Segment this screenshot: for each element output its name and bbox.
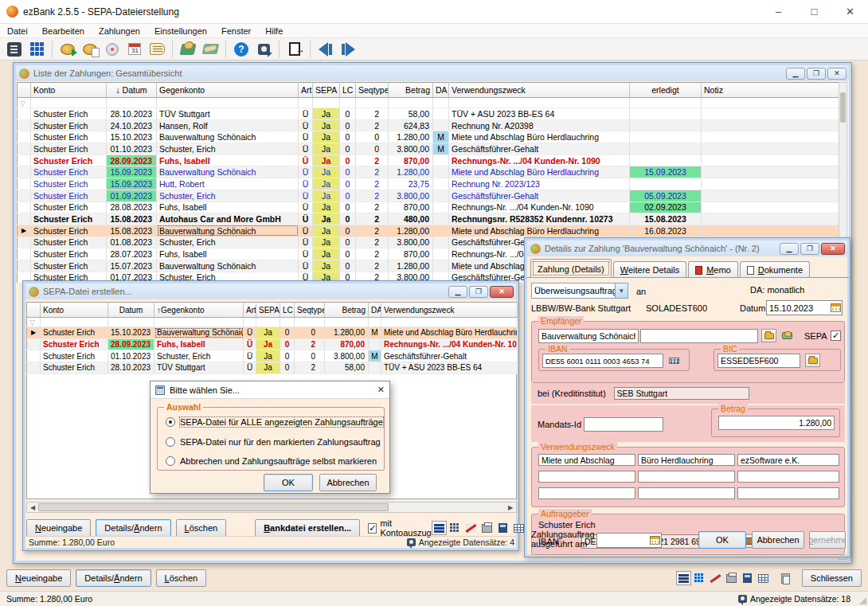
table-row[interactable]: Schuster Erich28.10.2023TÜV StuttgartÜJa… (18, 108, 839, 120)
grid-view-icon[interactable] (692, 571, 707, 585)
bic-input[interactable] (717, 354, 800, 368)
menu-bearbeiten[interactable]: Bearbeiten (35, 25, 92, 37)
child-close-button[interactable]: ✕ (821, 243, 845, 255)
radio-icon[interactable] (166, 417, 175, 427)
column-header[interactable]: SEPA (313, 83, 340, 98)
scroll-right-icon[interactable]: ▶ (505, 502, 516, 512)
filter-row[interactable]: ▽ (18, 98, 839, 108)
menu-fenster[interactable]: Fenster (214, 25, 258, 37)
ok-button[interactable]: OK (264, 474, 313, 491)
zweck-input-3-1[interactable] (538, 487, 635, 499)
column-header[interactable]: Betrag (389, 83, 433, 98)
ausgefuehrt-field[interactable] (596, 533, 662, 548)
keyboard-icon[interactable] (667, 354, 682, 367)
zweck-input-3-2[interactable] (638, 487, 735, 499)
horizontal-scrollbar[interactable]: ◀ ▶ (26, 502, 517, 513)
neueingabe-button[interactable]: Neueingabe (26, 519, 91, 537)
cd-export-icon[interactable] (101, 40, 123, 59)
child-restore-button[interactable]: ❐ (807, 68, 826, 80)
child-minimize-button[interactable]: ▁ (786, 68, 805, 80)
details-aendern-button[interactable]: Details/Ändern (76, 569, 151, 587)
payments-icon[interactable] (57, 40, 79, 59)
filter-off-icon[interactable] (463, 521, 479, 535)
radio-icon[interactable] (166, 456, 175, 466)
grid-view-icon[interactable] (448, 521, 463, 535)
mandat-input[interactable] (584, 417, 663, 432)
uebernehmen-button[interactable]: Übernehmen (809, 531, 846, 549)
ok-button[interactable]: OK (698, 531, 746, 549)
close-button[interactable]: ✕ (832, 0, 868, 24)
iban-input[interactable] (542, 354, 663, 368)
column-header[interactable]: Notiz (702, 83, 839, 98)
column-header[interactable]: Seqtype (356, 83, 389, 98)
list-window-titlebar[interactable]: Liste der Zahlungen: Gesamtübersicht ▁ ❐… (16, 65, 849, 81)
minimize-button[interactable]: – (760, 0, 796, 24)
list-view-icon[interactable] (676, 571, 691, 585)
column-header[interactable]: SEPA (256, 303, 280, 318)
column-header[interactable] (18, 83, 31, 98)
handshake-icon[interactable] (199, 40, 221, 59)
empfaenger-name2-input[interactable] (640, 329, 758, 343)
column-header[interactable]: LC (280, 303, 295, 318)
sepa-checkbox[interactable]: ✓ (831, 330, 841, 341)
column-header[interactable]: Seqtype (295, 303, 325, 318)
column-header[interactable]: ↓ Datum (107, 83, 157, 98)
address-book-icon[interactable] (3, 40, 25, 59)
tab-memo[interactable]: Memo (688, 261, 738, 278)
column-header[interactable]: DA (369, 303, 381, 318)
bankdatei-erstellen-button[interactable]: Bankdatei erstellen... (255, 519, 360, 537)
resize-grip[interactable] (859, 597, 866, 604)
dialog-close-icon[interactable]: ✕ (377, 385, 385, 395)
table-view-icon[interactable] (756, 571, 771, 585)
scroll-left-icon[interactable]: ◀ (27, 502, 38, 512)
menu-datei[interactable]: Datei (0, 25, 35, 37)
filter-row[interactable]: ▽ (27, 318, 518, 327)
print-icon[interactable] (479, 521, 495, 535)
child-close-button[interactable]: ✕ (490, 286, 514, 298)
zweck-input-2-1[interactable] (538, 471, 635, 483)
column-header[interactable]: DA (433, 83, 449, 98)
menu-zahlungen[interactable]: Zahlungen (92, 25, 147, 37)
abbrechen-button[interactable]: Abbrechen (319, 474, 377, 491)
datum-field[interactable]: 15.10.2023 (766, 300, 843, 315)
column-header[interactable]: LC (340, 83, 356, 98)
zweck-input-2-3[interactable] (737, 471, 839, 483)
radio-option-2[interactable]: SEPA-Datei nur für den markierten Zahlun… (166, 437, 381, 447)
details-window-titlebar[interactable]: Details zur Zahlung 'Bauverwaltung Schön… (527, 240, 847, 256)
child-restore-button[interactable]: ❐ (469, 286, 488, 298)
scrollbar-thumb[interactable] (38, 503, 389, 511)
lookup-folder-icon[interactable] (761, 329, 776, 342)
column-header[interactable]: ↑Gegenkonto (154, 303, 244, 318)
list-view-icon[interactable] (432, 521, 447, 535)
calendar-icon[interactable] (831, 303, 841, 312)
abbrechen-button[interactable]: Abbrechen (752, 531, 804, 549)
zweck-input-1-2[interactable] (638, 454, 735, 466)
prev-record-icon[interactable] (315, 40, 337, 59)
menu-hilfe[interactable]: Hilfe (258, 25, 290, 37)
table-row[interactable]: Schuster Erich01.10.2023Schuster, ErichÜ… (27, 350, 518, 362)
child-close-button[interactable]: ✕ (827, 68, 846, 80)
empfaenger-name-input[interactable] (538, 329, 639, 343)
tab-zahlung-details[interactable]: Zahlung (Details) (530, 259, 612, 278)
sepa-window-titlebar[interactable]: SEPA-Datei erstellen... ▁ ❐ ✕ (25, 283, 516, 299)
radio-icon[interactable] (166, 437, 175, 447)
maximize-button[interactable]: □ (796, 0, 832, 24)
notebook-icon[interactable] (146, 40, 168, 59)
schliessen-button[interactable]: Schliessen (802, 569, 862, 587)
table-row[interactable]: Schuster Erich28.09.2023Fuhs, IsabellÜJa… (18, 154, 839, 166)
child-minimize-button[interactable]: ▁ (448, 286, 467, 298)
radio-option-1[interactable]: SEPA-Datei für ALLE angezeigten Zahlungs… (166, 417, 383, 427)
chevron-down-icon[interactable]: ▼ (615, 283, 628, 298)
table-row[interactable]: Schuster Erich24.10.2023Hansen, RolfÜJa0… (18, 119, 839, 131)
column-header[interactable]: Gegenkonto (157, 83, 299, 98)
table-header-row[interactable]: KontoDatum↑GegenkontoArtSEPALCSeqtypeBet… (27, 303, 518, 318)
calculator-icon[interactable] (495, 521, 510, 535)
zweck-input-3-3[interactable] (737, 487, 839, 499)
next-record-icon[interactable] (337, 40, 359, 59)
column-header[interactable]: Konto (31, 83, 107, 98)
column-header[interactable]: Art (299, 83, 313, 98)
child-minimize-button[interactable]: ▁ (780, 243, 799, 255)
table-row[interactable]: Schuster Erich28.09.2023Fuhs, IsabellÜJa… (27, 338, 518, 350)
column-header[interactable] (27, 303, 41, 318)
lookup-folder-icon[interactable] (805, 354, 820, 367)
